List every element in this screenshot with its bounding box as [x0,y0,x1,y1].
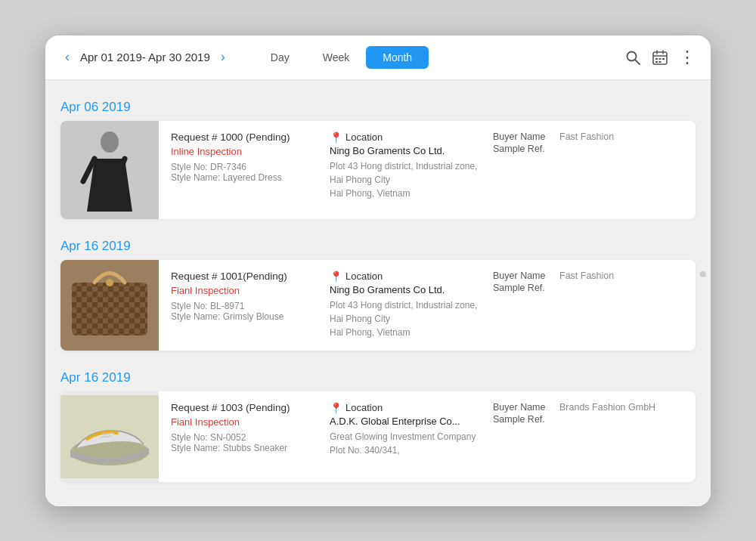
card-1-request: Request # 1000 (Pending) [171,131,322,143]
content-wrapper: Apr 06 2019 Request # 1000 (Pend [45,80,711,506]
svg-rect-6 [655,58,658,60]
svg-point-12 [101,131,119,153]
card-2[interactable]: Request # 1001(Pending) Fianl Inspection… [60,260,696,351]
toolbar-actions: ⋮ [624,49,696,66]
card-3-request: Request # 1003 (Pending) [171,402,322,413]
card-1-body: Request # 1000 (Pending) Inline Inspecti… [159,121,696,219]
content: Apr 06 2019 Request # 1000 (Pend [45,80,711,506]
more-icon[interactable]: ⋮ [679,49,696,66]
card-3-buyer-value: Brands Fashion GmbH [559,402,655,413]
svg-rect-18 [72,283,147,335]
card-1-info: Request # 1000 (Pending) Inline Inspecti… [171,131,322,209]
svg-rect-7 [659,58,662,60]
calendar-icon[interactable] [652,49,668,66]
card-3-loc-label: Location [345,402,383,413]
view-tabs: Day Week Month [254,46,429,69]
svg-rect-8 [662,58,665,60]
svg-point-21 [106,279,113,286]
card-1-image [60,121,159,219]
tab-day[interactable]: Day [254,46,306,69]
card-3-company: A.D.K. Global Enterprise Co... [330,416,481,427]
svg-rect-9 [655,61,658,63]
card-2-buyer-label: Buyer Name [493,270,553,281]
card-3-type: Fianl Inspection [171,416,322,428]
date-header-2: Apr 16 2019 [60,239,696,254]
card-2-city: Hai Phong, Vietnam [330,326,481,339]
card-1-city: Hai Phong, Vietnam [330,187,481,200]
card-3-style-name: Style Name: Stubbs Sneaker [171,443,322,453]
svg-marker-13 [87,159,132,212]
date-range-label: Apr 01 2019- Apr 30 2019 [80,51,210,63]
card-3[interactable]: Request # 1003 (Pending) Fianl Inspectio… [60,391,696,482]
card-1-location: 📍 Location Ning Bo Graments Co Ltd. Plot… [322,131,481,209]
card-3-image [60,391,159,482]
card-2-loc-label: Location [345,270,383,282]
card-3-buyer-label: Buyer Name [493,402,553,413]
card-1-loc-label: Location [345,131,383,143]
card-2-body: Request # 1001(Pending) Fianl Inspection… [159,260,696,351]
search-icon[interactable] [624,49,641,66]
card-1-style-no: Style No: DR-7346 [171,162,322,172]
tab-week[interactable]: Week [306,46,367,69]
card-3-info: Request # 1003 (Pending) Fianl Inspectio… [171,402,322,471]
prev-arrow[interactable]: ‹ [60,48,74,66]
pin-icon-3: 📍 [330,402,342,414]
card-3-location: 📍 Location A.D.K. Global Enterprise Co..… [322,402,481,471]
next-arrow[interactable]: › [216,48,230,66]
card-2-info: Request # 1001(Pending) Fianl Inspection… [171,270,322,340]
card-2-image [60,260,159,351]
card-2-sampleref-label: Sample Ref. [493,283,553,293]
card-2-request: Request # 1001(Pending) [171,270,322,282]
card-3-sampleref-label: Sample Ref. [493,414,553,425]
card-2-company: Ning Bo Graments Co Ltd. [330,284,481,295]
card-3-body: Request # 1003 (Pending) Fianl Inspectio… [159,391,696,482]
card-1-sampleref-label: Sample Ref. [493,144,553,154]
card-1-style-name: Style Name: Layered Dress [171,172,322,183]
date-header-1: Apr 06 2019 [60,100,696,115]
card-2-type: Fianl Inspection [171,285,322,296]
card-1-address: Plot 43 Hong district, Industrial zone, … [330,159,481,187]
card-1-buyer-value: Fast Fashion [559,131,614,142]
date-header-3: Apr 16 2019 [60,370,696,385]
date-nav: ‹ Apr 01 2019- Apr 30 2019 › [60,48,230,66]
tab-month[interactable]: Month [366,46,429,69]
card-3-address: Great Glowing Investment Company Plot No… [330,430,481,457]
card-2-style-name: Style Name: Grimsly Blouse [171,311,322,322]
card-3-style-no: Style No: SN-0052 [171,432,322,443]
card-1[interactable]: Request # 1000 (Pending) Inline Inspecti… [60,121,696,219]
pin-icon-2: 📍 [330,270,342,283]
card-2-buyer: Buyer Name Fast Fashion Sample Ref. [481,270,683,340]
card-3-buyer: Buyer Name Brands Fashion GmbH Sample Re… [481,402,683,471]
card-2-style-no: Style No: BL-8971 [171,301,322,311]
card-1-type: Inline Inspection [171,146,322,157]
pin-icon-1: 📍 [330,131,342,144]
card-2-address: Plot 43 Hong district, Industrial zone, … [330,298,481,326]
card-2-location: 📍 Location Ning Bo Graments Co Ltd. Plot… [322,270,481,340]
svg-rect-10 [659,61,662,63]
toolbar: ‹ Apr 01 2019- Apr 30 2019 › Day Week Mo… [45,36,711,80]
svg-line-1 [635,60,640,64]
card-2-buyer-value: Fast Fashion [559,270,614,281]
card-1-buyer-label: Buyer Name [493,131,553,142]
card-1-buyer: Buyer Name Fast Fashion Sample Ref. [481,131,683,209]
card-1-company: Ning Bo Graments Co Ltd. [330,145,481,156]
